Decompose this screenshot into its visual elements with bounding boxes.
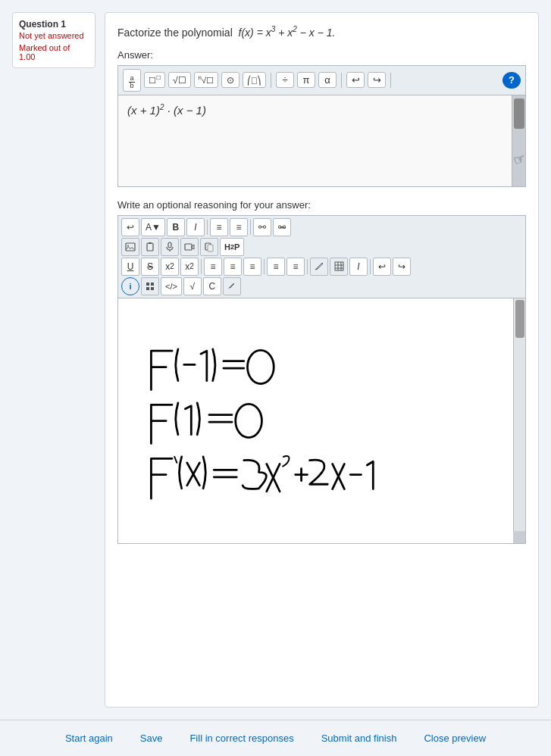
underline-button[interactable]: U (121, 258, 139, 276)
svg-rect-9 (335, 262, 343, 270)
math-editor: a b ☐☐ √☐ n√☐ ⊙ (117, 65, 526, 187)
sqrt-rich-button[interactable]: √ (183, 277, 202, 295)
math-scrollbar-thumb[interactable] (514, 98, 524, 129)
table-button[interactable] (330, 258, 348, 276)
link-button[interactable]: ⚯ (253, 218, 271, 236)
cursor-icon: ☞ (510, 150, 528, 170)
subscript-button[interactable]: x2 (161, 258, 179, 276)
reasoning-label: Write an optional reasoning for your ans… (117, 199, 526, 211)
marked-out-of: Marked out of 1.00 (19, 43, 89, 61)
svg-rect-14 (146, 283, 149, 286)
rich-editor: ↩ A▼ B I ≡ ≡ ⚯ ⚯̶ (117, 215, 526, 544)
nth-root-button[interactable]: n√☐ (194, 72, 219, 88)
question-text: Factorize the polynomial f(x) = x3 + x2 … (117, 25, 526, 39)
help-button[interactable]: ? (502, 72, 521, 89)
fraction-button[interactable]: a b (123, 69, 141, 92)
rich-toolbar-row1: ↩ A▼ B I ≡ ≡ ⚯ ⚯̶ (121, 218, 522, 236)
math-scrollbar[interactable]: ☞ (512, 95, 525, 186)
question-label-text: Question (19, 19, 58, 30)
drawing-scrollbar-thumb[interactable] (515, 300, 524, 338)
math-input-area[interactable]: (x + 1)2 · (x − 1) ☞ (118, 95, 525, 186)
question-label: Question 1 (19, 19, 89, 30)
font-color-button[interactable]: A▼ (141, 218, 165, 236)
mic-button[interactable] (161, 238, 179, 256)
ordered-list-button[interactable]: ≡ (210, 218, 228, 236)
svg-point-24 (236, 404, 262, 437)
math-answer-display: (x + 1)2 · (x − 1) (118, 95, 512, 186)
format-button[interactable]: I (349, 258, 368, 276)
rich-toolbar-row2: H2P (121, 238, 522, 256)
align-right-button[interactable]: ≡ (243, 258, 261, 276)
redo-rich-button[interactable]: ↪ (393, 258, 411, 276)
question-nav-box: Question 1 Not yet answered Marked out o… (12, 12, 95, 68)
sqrt-button[interactable]: √☐ (168, 72, 191, 88)
undo-button[interactable]: ↩ (346, 72, 365, 88)
submit-finish-button[interactable]: Submit and finish (315, 729, 403, 747)
info-button[interactable]: i (121, 277, 139, 295)
strikethrough-button[interactable]: S (141, 258, 159, 276)
matrix-button[interactable]: ⎛⎕⎞ (243, 72, 266, 88)
start-again-button[interactable]: Start again (59, 729, 119, 747)
marked-label: Marked out of (19, 43, 70, 52)
edit-icon-button[interactable] (310, 258, 328, 276)
handwriting-svg (118, 298, 513, 541)
svg-rect-2 (147, 243, 153, 251)
drawing-scroll-corner (513, 531, 525, 543)
code-button[interactable]: </> (161, 277, 182, 295)
clear-button[interactable]: C (203, 277, 221, 295)
footer-bar: Start again Save Fill in correct respons… (0, 720, 551, 756)
rich-toolbar: ↩ A▼ B I ≡ ≡ ⚯ ⚯̶ (118, 216, 525, 298)
math-toolbar: a b ☐☐ √☐ n√☐ ⊙ (118, 66, 525, 95)
question-sidebar: Question 1 Not yet answered Marked out o… (12, 12, 95, 708)
clipboard-button[interactable] (141, 238, 159, 256)
svg-rect-3 (149, 242, 152, 244)
pi-button[interactable]: π (297, 72, 315, 88)
svg-rect-17 (151, 287, 154, 290)
unordered-list-button[interactable]: ≡ (230, 218, 248, 236)
unlink-button[interactable]: ⚯̶ (273, 218, 291, 236)
marked-value: 1.00 (19, 52, 35, 61)
superscript-button[interactable]: ☐☐ (144, 72, 165, 88)
question-status: Not yet answered (19, 31, 89, 40)
svg-rect-16 (146, 287, 149, 290)
alpha-button[interactable]: α (318, 72, 337, 88)
svg-rect-0 (126, 243, 135, 251)
svg-point-1 (127, 245, 129, 246)
drawing-area[interactable] (118, 298, 525, 543)
svg-point-21 (248, 350, 274, 383)
undo-rich2-button[interactable]: ↩ (373, 258, 391, 276)
fill-correct-button[interactable]: Fill in correct responses (183, 729, 299, 747)
save-button[interactable]: Save (134, 729, 169, 747)
rich-toolbar-row4: i </> √ C (121, 277, 522, 295)
question-math: f(x) = x3 + x2 − x − 1. (236, 27, 336, 39)
divide-button[interactable]: ÷ (276, 72, 294, 88)
answer-label: Answer: (117, 49, 526, 61)
question-text-label: Factorize the polynomial (117, 27, 233, 39)
h2p-button[interactable]: H2P (220, 238, 244, 256)
align-left-button[interactable]: ≡ (204, 258, 222, 276)
indent-button[interactable]: ≡ (267, 258, 285, 276)
video-button[interactable] (180, 238, 199, 256)
drawing-scrollbar[interactable] (513, 298, 525, 543)
question-content: Factorize the polynomial f(x) = x3 + x2 … (105, 12, 539, 708)
pencil-button[interactable] (223, 277, 241, 295)
align-center-button[interactable]: ≡ (224, 258, 242, 276)
close-preview-button[interactable]: Close preview (418, 729, 492, 747)
rich-toolbar-row3: U S x2 x2 ≡ ≡ ≡ ≡ ≡ (121, 258, 522, 276)
paste-button[interactable] (200, 238, 218, 256)
italic-button[interactable]: I (186, 218, 205, 236)
svg-rect-15 (151, 283, 154, 286)
question-number: 1 (61, 19, 66, 30)
image-button[interactable] (121, 238, 139, 256)
svg-rect-8 (208, 245, 213, 251)
svg-rect-4 (168, 242, 171, 248)
redo-button[interactable]: ↪ (368, 72, 386, 88)
grid-button[interactable] (141, 277, 159, 295)
circle-button[interactable]: ⊙ (221, 72, 239, 88)
outdent-button[interactable]: ≡ (286, 258, 305, 276)
svg-rect-6 (185, 244, 192, 250)
bold-button[interactable]: B (167, 218, 185, 236)
undo-rich-button[interactable]: ↩ (121, 218, 139, 236)
superscript-rich-button[interactable]: x2 (180, 258, 199, 276)
